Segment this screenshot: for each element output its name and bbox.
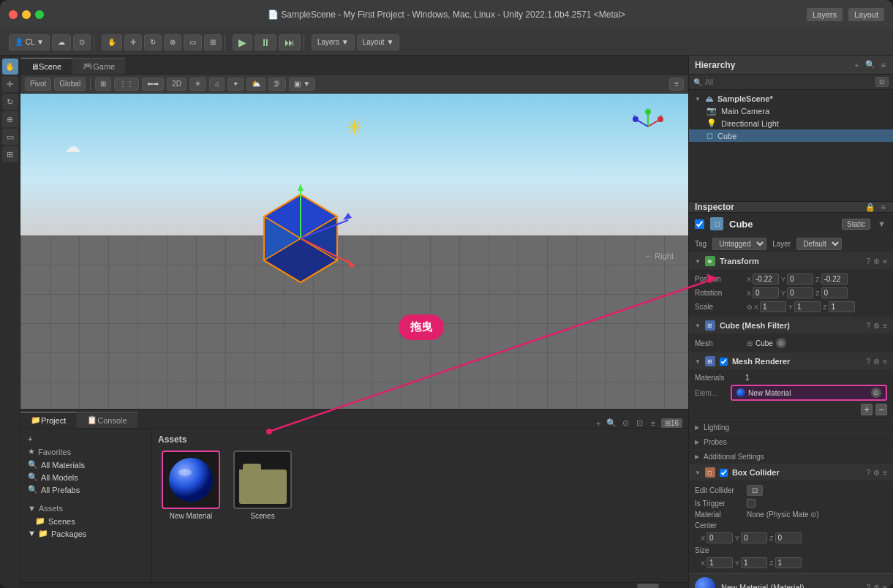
transform-all-tool[interactable]: ⊞ [204,34,222,50]
mr-help-btn[interactable]: ? [867,358,871,366]
account-button[interactable]: 👤 CL ▼ [9,34,50,50]
nm-help-btn[interactable]: ? [867,584,871,589]
viewport[interactable]: ✳ ☁ ← Right X Y [20,94,688,409]
bc-enable-checkbox[interactable] [720,469,728,477]
scenes-folder-thumb[interactable] [233,451,292,509]
hand-tool-icon[interactable]: ✋ [2,59,18,75]
scenes-folder-asset[interactable]: Scenes [230,451,295,520]
rot-z-input[interactable] [821,287,848,298]
scrollbar-thumb[interactable] [637,584,659,588]
size-z-input[interactable] [775,557,802,568]
mr-enable-checkbox[interactable] [720,358,728,366]
scene-tab[interactable]: 🖥 Scene [20,58,72,74]
project-settings-btn[interactable]: ⊙ [621,418,630,428]
lighting-header[interactable]: ▶ Lighting [689,421,893,434]
mesh-filter-header[interactable]: ▼ ⊞ Cube (Mesh Filter) ? ⚙ ≡ [689,317,893,333]
cloud-button[interactable]: ☁ [52,34,71,50]
hierarchy-search-input[interactable] [705,78,873,86]
hierarchy-filter-btn[interactable]: ⊡ [875,77,889,87]
snap-toggle[interactable]: ⋮⋮ [114,78,139,91]
scale-y-input[interactable] [794,301,821,312]
additional-settings-header[interactable]: ▶ Additional Settings [689,450,893,464]
layer-select[interactable]: Default [796,238,842,250]
new-material-thumb[interactable] [162,451,220,509]
console-tab[interactable]: 📋 Console [77,412,137,428]
global-button[interactable]: Global [54,78,86,91]
close-button[interactable] [9,10,18,19]
fx-toggle[interactable]: ✦ [227,78,244,91]
pause-button[interactable]: ⏸ [255,34,276,50]
rect-tool[interactable]: ▭ [184,34,202,50]
layers-dropdown[interactable]: Layers ▼ [312,34,355,50]
hamburger-menu[interactable]: ≡ [669,78,684,91]
fog-toggle[interactable]: 🌫 [268,78,286,91]
transform-settings-btn[interactable]: ⚙ [873,257,880,265]
transform-header[interactable]: ▼ ⊕ Transform ? ⚙ ≡ [689,253,893,269]
hierarchy-directional-light[interactable]: 💡 Directional Light [689,117,893,129]
scale-tool[interactable]: ⊕ [164,34,181,50]
layers-button[interactable]: Layers [807,8,843,21]
move-tool-icon[interactable]: ✛ [2,76,18,92]
inspector-menu-btn[interactable]: ≡ [880,203,887,212]
hierarchy-menu-btn[interactable]: ≡ [880,60,887,69]
step-button[interactable]: ⏭ [279,34,301,50]
rect-tool-icon[interactable]: ▭ [2,129,18,145]
nm-menu-btn[interactable]: ≡ [883,584,887,589]
size-x-input[interactable] [707,557,733,568]
mesh-renderer-header[interactable]: ▼ ⊞ Mesh Renderer ? ⚙ ≡ [689,353,893,369]
scenes-item[interactable]: 📁 Scenes [25,515,147,527]
scene-gizmo[interactable]: X Y Z [630,108,666,145]
packages-item[interactable]: ▼ 📁 Packages [25,527,147,540]
rot-x-input[interactable] [753,287,779,298]
project-menu-btn[interactable]: ≡ [649,419,656,428]
scale-z-input[interactable] [829,301,855,312]
extra-tool-icon[interactable]: ⊞ [2,146,18,162]
display-dropdown[interactable]: ▣ ▼ [289,78,315,91]
mf-menu-btn[interactable]: ≡ [883,322,887,330]
cube-object[interactable] [242,180,359,298]
is-trigger-checkbox[interactable] [747,499,756,508]
pos-x-input[interactable] [753,274,779,284]
inspector-lock-btn[interactable]: 🔒 [864,203,877,212]
mr-settings-btn[interactable]: ⚙ [873,358,880,366]
hierarchy-cube[interactable]: ◻ Cube [689,129,893,142]
project-tab[interactable]: 📁 Project [20,412,77,428]
2d-button[interactable]: 2D [167,78,186,91]
nm-settings-btn[interactable]: ⚙ [873,584,880,589]
all-models-item[interactable]: 🔍 All Models [25,471,147,483]
settings-button[interactable]: ⊙ [73,34,91,50]
hierarchy-search-btn[interactable]: 🔍 [864,60,877,69]
hierarchy-add-btn[interactable]: + [853,60,860,69]
rotate-tool[interactable]: ↻ [144,34,162,50]
hierarchy-scene-item[interactable]: ▼ ⛰ SampleScene* [689,93,893,105]
grid-toggle[interactable]: ⊞ [95,78,111,91]
tag-select[interactable]: Untagged [712,238,766,250]
game-tab[interactable]: 🎮 Game [72,58,126,74]
layout-button[interactable]: Layout [848,8,884,21]
static-dropdown-btn[interactable]: ▼ [876,219,887,228]
static-badge[interactable]: Static [842,219,870,230]
new-material-asset[interactable]: New Material [158,451,224,520]
rot-y-input[interactable] [787,287,813,298]
play-button[interactable]: ▶ [233,34,252,50]
bc-help-btn[interactable]: ? [867,469,871,477]
light-toggle[interactable]: ☀ [189,78,206,91]
rotate-tool-icon[interactable]: ↻ [2,94,18,110]
hand-tool[interactable]: ✋ [102,34,122,50]
center-y-input[interactable] [741,532,767,543]
project-scrollbar[interactable] [20,582,688,588]
remove-material-btn[interactable]: − [875,404,887,415]
center-x-input[interactable] [707,532,733,543]
size-y-input[interactable] [741,557,767,568]
mr-menu-btn[interactable]: ≡ [883,358,887,366]
hierarchy-main-camera[interactable]: 📷 Main Camera [689,105,893,117]
edit-collider-btn[interactable]: ⊡ [747,485,763,496]
pivot-button[interactable]: Pivot [25,78,51,91]
project-lock-btn[interactable]: ⊡ [635,418,644,428]
mf-help-btn[interactable]: ? [867,322,871,330]
add-material-btn[interactable]: + [861,404,873,415]
mf-settings-btn[interactable]: ⚙ [873,322,880,330]
pos-y-input[interactable] [787,274,813,284]
layout-dropdown[interactable]: Layout ▼ [357,34,400,50]
transform-menu-btn[interactable]: ≡ [883,257,887,265]
